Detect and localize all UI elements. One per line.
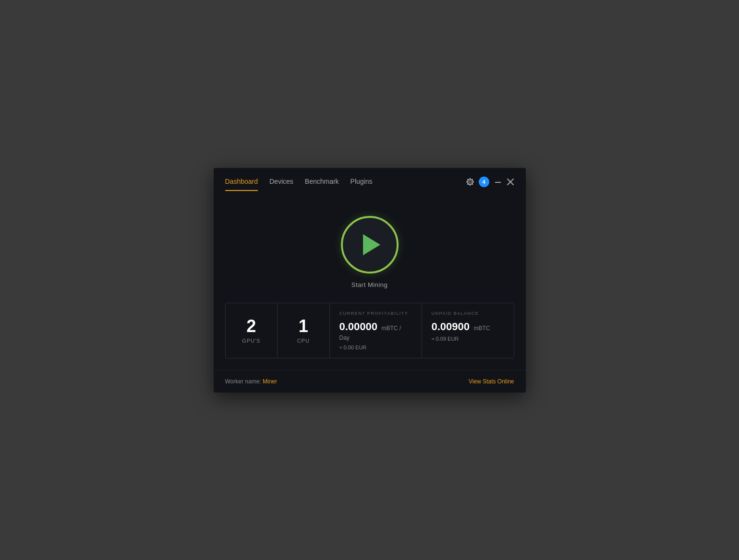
nav-controls: 4 (466, 177, 514, 192)
nav-bar: Dashboard Devices Benchmark Plugins 4 (214, 168, 526, 192)
balance-value: 0.00900 (432, 321, 470, 333)
cpu-count-card: 1 CPU (278, 303, 330, 358)
worker-label: Worker name: Miner (225, 378, 278, 385)
balance-value-row: 0.00900 mBTC (432, 321, 504, 333)
worker-name: Miner (263, 378, 277, 385)
balance-eur: ≈ 0.09 EUR (432, 336, 504, 342)
gpu-count-card: 2 GPU'S (226, 303, 278, 358)
minimize-button[interactable] (494, 178, 502, 186)
settings-button[interactable] (466, 178, 474, 186)
profitability-eur: ≈ 0.00 EUR (339, 345, 412, 350)
gpu-count-label: GPU'S (242, 338, 260, 344)
app-window: Dashboard Devices Benchmark Plugins 4 (214, 168, 526, 393)
view-stats-link[interactable]: View Stats Online (469, 378, 514, 385)
nav-plugins[interactable]: Plugins (351, 178, 373, 191)
start-mining-button[interactable] (341, 216, 399, 274)
close-button[interactable] (507, 178, 514, 186)
balance-unit: mBTC (473, 325, 490, 332)
svg-rect-0 (495, 182, 501, 183)
nav-dashboard[interactable]: Dashboard (225, 178, 258, 191)
gear-icon (466, 178, 474, 186)
profitability-value-row: 0.00000 mBTC / Day (339, 321, 412, 342)
balance-section-label: UNPAID BALANCE (432, 311, 504, 316)
mining-section: Start Mining (225, 206, 514, 303)
profitability-value: 0.00000 (339, 321, 378, 333)
balance-card: UNPAID BALANCE 0.00900 mBTC ≈ 0.09 EUR (422, 303, 514, 358)
nav-devices[interactable]: Devices (269, 178, 293, 191)
nav-links: Dashboard Devices Benchmark Plugins (225, 178, 373, 191)
play-icon (363, 234, 380, 255)
close-icon (507, 178, 514, 186)
profitability-card: CURRENT PROFITABILITY 0.00000 mBTC / Day… (330, 303, 422, 358)
start-mining-label: Start Mining (351, 281, 388, 288)
stats-row: 2 GPU'S 1 CPU CURRENT PROFITABILITY 0.00… (225, 303, 514, 358)
gpu-count-value: 2 (246, 318, 256, 335)
main-content: Start Mining 2 GPU'S 1 CPU CURRENT PROFI… (214, 192, 526, 370)
nav-benchmark[interactable]: Benchmark (305, 178, 339, 191)
minimize-icon (494, 178, 502, 186)
notification-badge[interactable]: 4 (479, 177, 489, 187)
cpu-count-value: 1 (299, 318, 308, 335)
profitability-section-label: CURRENT PROFITABILITY (339, 311, 412, 316)
footer-bar: Worker name: Miner View Stats Online (214, 370, 526, 393)
cpu-count-label: CPU (297, 338, 310, 344)
